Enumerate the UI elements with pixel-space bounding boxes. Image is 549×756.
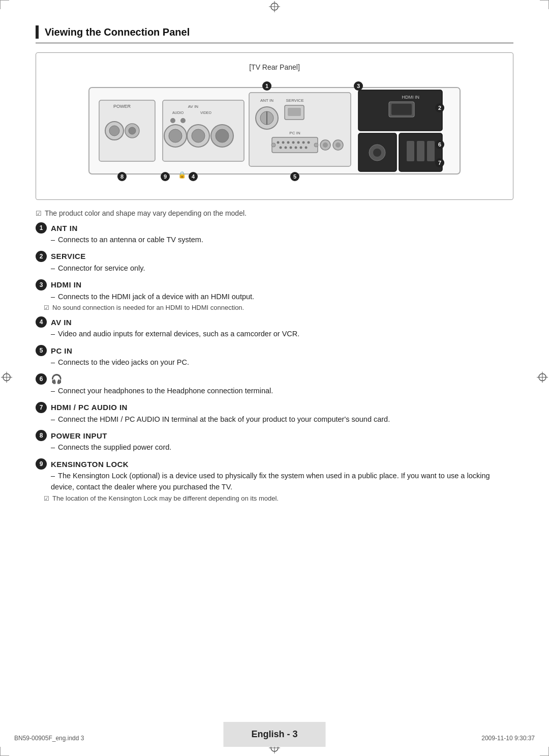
- title-bar-accent: [36, 25, 39, 39]
- svg-point-28: [169, 129, 182, 142]
- svg-text:9: 9: [164, 173, 167, 180]
- corner-mark-tr: [540, 0, 549, 9]
- item-subnote: ☑ No sound connection is needed for an H…: [44, 304, 513, 311]
- item-row: 5PC IN–Connects to the video jacks on yo…: [36, 345, 513, 368]
- svg-text:ANT IN: ANT IN: [260, 98, 273, 103]
- svg-point-18: [129, 127, 136, 134]
- svg-point-56: [285, 147, 287, 149]
- item-row: 9KENSINGTON LOCK–The Kensington Lock (op…: [36, 458, 513, 502]
- item-title: 🎧: [51, 373, 63, 385]
- item-subnote: ☑ The location of the Kensington Lock ma…: [44, 495, 513, 502]
- item-desc: –Connects to the video jacks on your PC.: [51, 357, 513, 368]
- svg-rect-74: [391, 104, 412, 115]
- svg-point-77: [373, 149, 381, 157]
- tv-label: [TV Rear Panel]: [51, 63, 498, 71]
- svg-point-51: [292, 141, 295, 144]
- note-symbol: ☑: [36, 210, 42, 217]
- svg-point-26: [180, 118, 186, 123]
- item-row: 3HDMI IN–Connects to the HDMI jack of a …: [36, 279, 513, 312]
- item-header: 3HDMI IN: [36, 279, 513, 290]
- svg-point-32: [216, 129, 229, 142]
- item-desc: –The Kensington Lock (optional) is a dev…: [51, 471, 513, 493]
- item-number: 5: [36, 345, 47, 356]
- svg-text:POWER: POWER: [113, 104, 131, 109]
- item-number: 4: [36, 316, 47, 328]
- item-header: 6🎧: [36, 373, 513, 385]
- item-header: 2SERVICE: [36, 251, 513, 262]
- svg-point-25: [170, 118, 175, 123]
- item-desc: –Connects the supplied power cord.: [51, 442, 513, 453]
- svg-point-57: [290, 147, 292, 149]
- item-header: 5PC IN: [36, 345, 513, 356]
- item-desc: –Connect the HDMI / PC AUDIO IN terminal…: [51, 414, 513, 425]
- panel-svg: POWER 8 AV IN AUDIO VIDEO: [84, 77, 465, 184]
- footer-english-label: English - 3: [223, 722, 325, 747]
- svg-text:AV IN: AV IN: [188, 104, 199, 109]
- svg-text:PC IN: PC IN: [289, 131, 300, 135]
- svg-point-59: [300, 147, 302, 149]
- svg-point-54: [308, 141, 310, 144]
- svg-text:1: 1: [265, 83, 268, 89]
- svg-point-61: [271, 143, 276, 147]
- tv-diagram: [TV Rear Panel] POWER 8 AV IN: [36, 52, 513, 200]
- item-desc: –Connector for service only.: [51, 263, 513, 274]
- svg-point-50: [287, 141, 290, 144]
- item-title: POWER INPUT: [51, 431, 107, 440]
- item-row: 7HDMI / PC AUDIO IN–Connect the HDMI / P…: [36, 402, 513, 425]
- item-number: 2: [36, 251, 47, 262]
- svg-text:4: 4: [192, 173, 195, 180]
- item-desc: –Connects to the HDMI jack of a device w…: [51, 292, 513, 303]
- panel-diagram-wrap: POWER 8 AV IN AUDIO VIDEO: [51, 77, 498, 184]
- item-desc: –Connect your headphones to the Headphon…: [51, 386, 513, 397]
- svg-text:8: 8: [120, 173, 124, 180]
- item-title: PC IN: [51, 346, 72, 355]
- item-title: ANT IN: [51, 224, 78, 232]
- svg-text:SERVICE: SERVICE: [286, 98, 304, 103]
- item-desc: –Video and audio inputs for external dev…: [51, 329, 513, 340]
- svg-point-16: [109, 126, 119, 136]
- item-header: 4AV IN: [36, 316, 513, 328]
- item-desc: –Connects to an antenna or cable TV syst…: [51, 235, 513, 246]
- footer-file-info: BN59-00905F_eng.indd 3: [14, 735, 84, 742]
- item-header: 7HDMI / PC AUDIO IN: [36, 402, 513, 413]
- item-row: 6🎧–Connect your headphones to the Headph…: [36, 373, 513, 397]
- product-note: ☑ The product color and shape may vary d…: [36, 209, 513, 217]
- svg-point-52: [297, 141, 300, 144]
- item-title: AV IN: [51, 318, 72, 327]
- svg-rect-38: [249, 93, 351, 166]
- svg-point-66: [336, 142, 341, 148]
- item-header: 8POWER INPUT: [36, 430, 513, 441]
- section-title: Viewing the Connection Panel: [36, 25, 513, 43]
- svg-text:7: 7: [438, 160, 441, 166]
- svg-text:VIDEO: VIDEO: [200, 111, 211, 114]
- subnote-icon: ☑: [44, 304, 49, 311]
- svg-rect-81: [417, 141, 424, 161]
- item-row: 8POWER INPUT–Connects the supplied power…: [36, 430, 513, 453]
- svg-point-60: [305, 147, 308, 149]
- footer-date-info: 2009-11-10 9:30:37: [481, 735, 535, 742]
- item-title: HDMI IN: [51, 280, 82, 289]
- svg-text:5: 5: [293, 173, 296, 180]
- svg-point-48: [277, 141, 280, 144]
- product-note-text: The product color and shape may vary dep…: [45, 209, 247, 217]
- item-title: HDMI / PC AUDIO IN: [51, 403, 128, 412]
- svg-rect-82: [427, 141, 435, 161]
- section-title-text: Viewing the Connection Panel: [45, 26, 190, 38]
- item-header: 1ANT IN: [36, 222, 513, 234]
- svg-text:🔒: 🔒: [178, 170, 187, 179]
- item-row: 1ANT IN–Connects to an antenna or cable …: [36, 222, 513, 246]
- left-crosshair: [1, 372, 12, 385]
- svg-point-58: [295, 147, 297, 149]
- corner-mark-br: [540, 747, 549, 756]
- svg-rect-45: [288, 108, 301, 116]
- svg-rect-47: [272, 137, 318, 153]
- item-header: 9KENSINGTON LOCK: [36, 458, 513, 470]
- item-number: 6: [36, 373, 47, 385]
- item-title: SERVICE: [51, 252, 86, 260]
- item-number: 9: [36, 458, 47, 470]
- item-number: 7: [36, 402, 47, 413]
- svg-text:6: 6: [438, 141, 441, 148]
- svg-rect-80: [407, 141, 414, 161]
- svg-text:HDMI IN: HDMI IN: [402, 95, 420, 100]
- item-title: KENSINGTON LOCK: [51, 460, 129, 469]
